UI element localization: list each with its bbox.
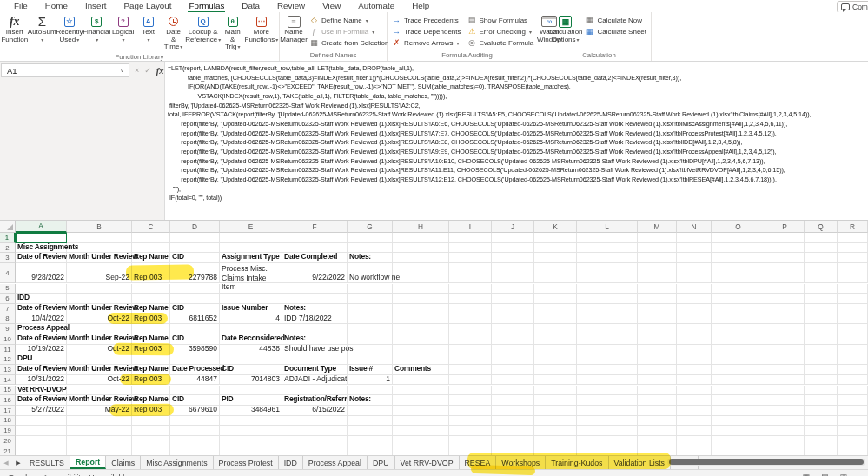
cell-P16[interactable] <box>765 395 805 406</box>
ribbon-button-autosum[interactable]: ΣAutoSum▾ <box>29 14 56 44</box>
cell-N7[interactable] <box>677 304 712 314</box>
cell-F14[interactable]: ADJADI - Adjudicatic <box>282 375 348 386</box>
cell-B19[interactable] <box>67 426 132 436</box>
cell-J1[interactable] <box>492 233 534 243</box>
cell-N8[interactable] <box>677 314 712 325</box>
cell-B7[interactable]: Month Under Review <box>67 304 132 314</box>
ribbon-button-lookup-reference[interactable]: QLookup &Reference▾ <box>187 14 220 44</box>
cell-N9[interactable] <box>677 324 712 334</box>
cell-K11[interactable] <box>534 345 577 355</box>
cell-J21[interactable] <box>492 446 534 455</box>
cell-J19[interactable] <box>492 426 534 436</box>
cell-F18[interactable] <box>282 416 348 426</box>
cell-Q8[interactable] <box>805 314 838 325</box>
cell-M2[interactable] <box>638 243 677 254</box>
row-header-19[interactable]: 19 <box>0 426 16 436</box>
cell-R20[interactable] <box>838 436 868 446</box>
cell-H17[interactable] <box>393 406 449 416</box>
cell-A20[interactable] <box>16 436 67 446</box>
cell-E1[interactable] <box>220 233 282 243</box>
cell-R9[interactable] <box>838 324 868 334</box>
cell-O12[interactable] <box>712 354 765 365</box>
menu-tab-insert[interactable]: Insert <box>76 0 116 12</box>
cell-G7[interactable] <box>348 304 393 314</box>
cell-L2[interactable] <box>577 243 638 254</box>
cell-Q21[interactable] <box>805 446 838 455</box>
cell-M15[interactable] <box>638 386 677 396</box>
cell-O1[interactable] <box>712 233 765 243</box>
cell-L13[interactable] <box>577 365 638 375</box>
page-break-view-icon[interactable]: ▥ <box>839 473 847 476</box>
cell-M6[interactable] <box>638 294 677 304</box>
cell-F8[interactable]: IDD 7/18/2022 <box>282 314 348 325</box>
cell-G8[interactable] <box>348 314 393 325</box>
cell-H1[interactable] <box>393 233 449 243</box>
cell-O8[interactable] <box>712 314 765 325</box>
cell-R4[interactable] <box>838 263 868 283</box>
ribbon-button-logical[interactable]: ?Logical▾ <box>111 14 136 44</box>
ribbon-button-more-functions[interactable]: ⋯MoreFunctions▾ <box>246 14 277 44</box>
select-all-corner[interactable] <box>0 221 16 233</box>
cell-J18[interactable] <box>492 416 534 426</box>
cell-C3[interactable]: Rep Name <box>132 253 170 263</box>
cell-O17[interactable] <box>712 406 765 416</box>
cell-E7[interactable]: Issue Number <box>220 304 282 314</box>
cell-I9[interactable] <box>449 324 492 334</box>
cell-N13[interactable] <box>677 365 712 375</box>
cell-G16[interactable]: Notes: <box>348 395 393 406</box>
cell-H15[interactable] <box>393 386 449 396</box>
cell-O19[interactable] <box>712 426 765 436</box>
cell-F21[interactable] <box>282 446 348 455</box>
cell-G14[interactable]: 1 <box>348 375 393 386</box>
cell-P18[interactable] <box>765 416 805 426</box>
cell-G1[interactable] <box>348 233 393 243</box>
cell-I12[interactable] <box>449 354 492 365</box>
cell-A17[interactable]: 5/27/2022 <box>16 406 67 416</box>
cell-E10[interactable]: Date Reconsidered <box>220 334 282 345</box>
cell-P14[interactable] <box>765 375 805 386</box>
ribbon-button-define-name[interactable]: ◇Define Name▾ <box>307 15 391 25</box>
cell-Q5[interactable] <box>805 284 838 294</box>
cell-F13[interactable]: Document Type <box>282 365 348 375</box>
cell-Q18[interactable] <box>805 416 838 426</box>
cell-A19[interactable] <box>16 426 67 436</box>
cell-N2[interactable] <box>677 243 712 254</box>
cell-K12[interactable] <box>534 354 577 365</box>
row-header-10[interactable]: 10 <box>0 334 16 345</box>
cell-K21[interactable] <box>534 446 577 455</box>
cell-M5[interactable] <box>638 284 677 294</box>
cell-B18[interactable] <box>67 416 132 426</box>
cell-A18[interactable] <box>16 416 67 426</box>
sheet-tab-vet-rrv-dvop[interactable]: Vet RRV-DVOP <box>395 456 460 469</box>
cell-K20[interactable] <box>534 436 577 446</box>
cell-P19[interactable] <box>765 426 805 436</box>
cell-H18[interactable] <box>393 416 449 426</box>
cell-P15[interactable] <box>765 386 805 396</box>
cell-P8[interactable] <box>765 314 805 325</box>
cell-D8[interactable]: 6811652 <box>170 314 220 325</box>
cell-J5[interactable] <box>492 284 534 294</box>
ribbon-button-trace-dependents[interactable]: →Trace Dependents <box>389 26 464 36</box>
cell-C20[interactable] <box>132 436 170 446</box>
col-header-A[interactable]: A <box>16 221 67 233</box>
menu-tab-home[interactable]: Home <box>36 0 76 12</box>
cell-A10[interactable]: Date of Review <box>16 334 67 345</box>
cell-Q3[interactable] <box>805 253 838 263</box>
cell-J8[interactable] <box>492 314 534 325</box>
cell-E4[interactable]: Process Misc. Claims Intake Item <box>220 263 282 283</box>
cell-H19[interactable] <box>393 426 449 436</box>
cell-M13[interactable] <box>638 365 677 375</box>
cell-Q4[interactable] <box>805 263 838 283</box>
cell-K1[interactable] <box>534 233 577 243</box>
cell-N20[interactable] <box>677 436 712 446</box>
cell-I3[interactable] <box>449 253 492 263</box>
cell-Q13[interactable] <box>805 365 838 375</box>
cell-R1[interactable] <box>838 233 868 243</box>
cell-L17[interactable] <box>577 406 638 416</box>
cell-C21[interactable] <box>132 446 170 455</box>
cell-H8[interactable] <box>393 314 449 325</box>
cell-A4[interactable]: 9/28/2022 <box>16 263 67 283</box>
cell-F1[interactable] <box>282 233 348 243</box>
cell-G19[interactable] <box>348 426 393 436</box>
cell-O2[interactable] <box>712 243 765 254</box>
